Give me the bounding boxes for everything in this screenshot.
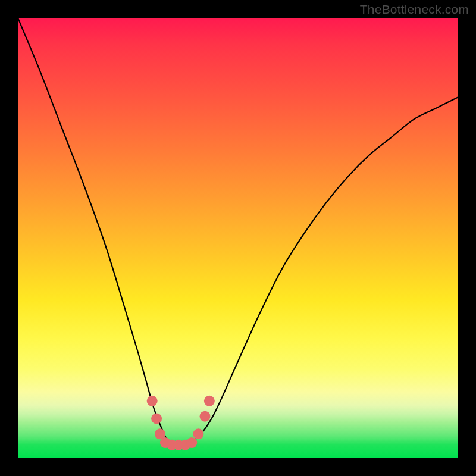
highlight-dot bbox=[186, 437, 197, 448]
bottleneck-curve bbox=[18, 18, 458, 445]
highlight-dot bbox=[147, 396, 158, 406]
chart-frame: TheBottleneck.com bbox=[0, 0, 476, 476]
highlight-dot bbox=[200, 411, 211, 422]
watermark-text: TheBottleneck.com bbox=[360, 2, 469, 17]
highlight-dots-group bbox=[147, 396, 215, 450]
highlight-dot bbox=[204, 396, 215, 406]
plot-area bbox=[18, 18, 458, 458]
highlight-dot bbox=[193, 428, 203, 439]
highlight-dot bbox=[151, 413, 162, 424]
chart-svg bbox=[18, 18, 458, 458]
